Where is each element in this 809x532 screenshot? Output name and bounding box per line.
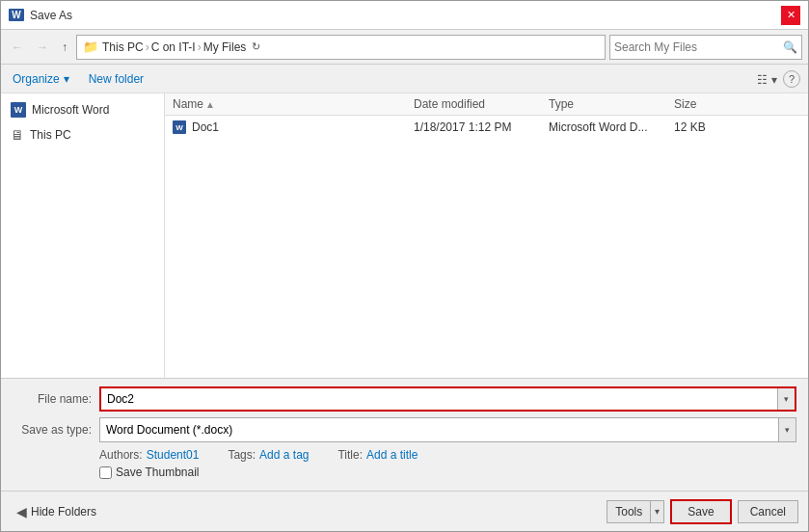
address-bar: 📁 This PC › C on IT-I › My Files ↻ (76, 35, 606, 60)
bc-c-drive[interactable]: C on IT-I (151, 40, 196, 54)
tools-wrapper: Tools ▾ (607, 500, 664, 523)
new-folder-label: New folder (89, 72, 144, 86)
file-type: Microsoft Word D... (549, 120, 674, 134)
hide-folders-button[interactable]: ◀ Hide Folders (11, 500, 102, 523)
col-header-date[interactable]: Date modified (414, 97, 549, 111)
col-header-type[interactable]: Type (549, 97, 674, 111)
nav-bar: ← → ↑ 📁 This PC › C on IT-I › My Files ↻… (1, 30, 808, 65)
sort-arrow-name: ▲ (205, 99, 215, 110)
sidebar-item-microsoft-word[interactable]: W Microsoft Word (1, 97, 164, 122)
title-value[interactable]: Add a title (366, 448, 418, 462)
view-icon: ☷ (757, 73, 768, 87)
new-folder-button[interactable]: New folder (85, 70, 148, 88)
organize-arrow: ▾ (64, 72, 69, 86)
dialog-title: Save As (30, 9, 72, 22)
sidebar-item-this-pc[interactable]: 🖥 This PC (1, 122, 164, 147)
search-input[interactable] (614, 40, 779, 54)
authors-item: Authors: Student01 (99, 448, 199, 462)
title-label: Title: (337, 448, 363, 462)
savetype-arrow[interactable]: ▾ (778, 418, 796, 441)
tags-label: Tags: (228, 448, 256, 462)
help-button[interactable]: ? (783, 70, 800, 88)
breadcrumb: This PC › C on IT-I › My Files (102, 40, 246, 54)
title-item: Title: Add a title (337, 448, 418, 462)
tools-button[interactable]: Tools (607, 500, 651, 523)
filename-input[interactable] (101, 388, 777, 410)
cancel-button[interactable]: Cancel (738, 500, 798, 523)
save-thumbnail-checkbox[interactable] (99, 466, 112, 479)
filename-input-wrapper: ▾ (99, 386, 796, 412)
savetype-wrapper: Word Document (*.docx) Word 97-2003 Docu… (99, 417, 796, 442)
bc-sep2: › (198, 40, 202, 54)
filename-dropdown-arrow[interactable]: ▾ (777, 388, 795, 410)
filename-row: File name: ▾ (13, 386, 796, 412)
close-button[interactable]: ✕ (781, 6, 800, 25)
action-right: Tools ▾ Save Cancel (607, 499, 798, 524)
hide-folders-label: Hide Folders (31, 505, 96, 519)
nav-pane: W Microsoft Word 🖥 This PC (1, 93, 165, 378)
hide-folders-icon: ◀ (16, 504, 27, 519)
title-bar: W Save As ✕ (1, 1, 808, 30)
action-bar: ◀ Hide Folders Tools ▾ Save Cancel (1, 491, 808, 531)
refresh-button[interactable]: ↻ (252, 40, 260, 53)
main-content: W Microsoft Word 🖥 This PC Name ▲ Date m… (1, 93, 808, 378)
view-arrow: ▾ (771, 73, 777, 87)
word-title-icon: W (9, 8, 24, 23)
tags-item: Tags: Add a tag (228, 448, 309, 462)
forward-button[interactable]: → (32, 38, 53, 57)
savetype-row: Save as type: Word Document (*.docx) Wor… (13, 417, 796, 442)
word-icon: W (11, 102, 26, 118)
sidebar-item-label-word: Microsoft Word (32, 103, 109, 117)
filename-label: File name: (13, 392, 99, 406)
save-button[interactable]: Save (670, 499, 731, 524)
tags-value[interactable]: Add a tag (259, 448, 309, 462)
folder-icon: 📁 (83, 40, 98, 54)
file-date: 1/18/2017 1:12 PM (414, 120, 549, 134)
search-icon: 🔍 (783, 40, 797, 54)
bc-my-files[interactable]: My Files (203, 40, 247, 54)
thumbnail-row: Save Thumbnail (13, 466, 796, 479)
organize-button[interactable]: Organize ▾ (9, 70, 73, 88)
file-list: Name ▲ Date modified Type Size W Doc1 (165, 93, 808, 378)
bc-this-pc[interactable]: This PC (102, 40, 144, 54)
computer-icon: 🖥 (11, 127, 24, 143)
up-button[interactable]: ↑ (57, 38, 72, 57)
meta-row: Authors: Student01 Tags: Add a tag Title… (13, 448, 796, 462)
sidebar-item-label-pc: This PC (30, 128, 71, 142)
authors-value[interactable]: Student01 (147, 448, 200, 462)
tools-label: Tools (615, 505, 642, 519)
table-row[interactable]: W Doc1 1/18/2017 1:12 PM Microsoft Word … (165, 116, 808, 140)
tools-dropdown-arrow[interactable]: ▾ (651, 500, 664, 523)
search-box: 🔍 (609, 35, 802, 60)
back-button[interactable]: ← (7, 38, 28, 57)
savetype-label: Save as type: (13, 423, 99, 437)
file-name: Doc1 (192, 120, 219, 134)
col-header-name[interactable]: Name ▲ (173, 97, 414, 111)
view-button[interactable]: ☷ ▾ (755, 69, 779, 89)
file-word-icon: W (173, 120, 186, 134)
savetype-select[interactable]: Word Document (*.docx) Word 97-2003 Docu… (100, 418, 778, 441)
save-thumbnail-label[interactable]: Save Thumbnail (116, 466, 200, 479)
bottom-section: File name: ▾ Save as type: Word Document… (1, 378, 808, 491)
toolbar: Organize ▾ New folder ☷ ▾ ? (1, 65, 808, 93)
organize-label: Organize (13, 72, 60, 86)
col-header-size[interactable]: Size (674, 97, 751, 111)
file-size: 12 KB (674, 120, 751, 134)
bc-sep1: › (146, 40, 149, 54)
save-as-dialog: W Save As ✕ ← → ↑ 📁 This PC › C on IT-I … (0, 0, 809, 532)
file-list-header: Name ▲ Date modified Type Size (165, 93, 808, 116)
authors-label: Authors: (99, 448, 143, 462)
